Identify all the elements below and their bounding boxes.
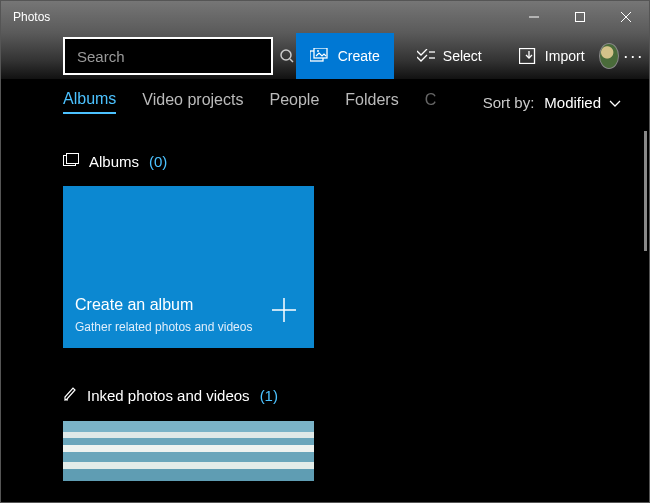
maximize-button[interactable] xyxy=(557,1,603,33)
svg-point-4 xyxy=(281,50,291,60)
pen-icon xyxy=(63,386,77,405)
import-icon xyxy=(519,48,537,64)
create-icon xyxy=(310,48,330,64)
tab-folders[interactable]: Folders xyxy=(345,91,398,113)
chevron-down-icon xyxy=(609,94,621,111)
select-label: Select xyxy=(443,48,482,64)
search-box[interactable] xyxy=(63,37,273,75)
svg-rect-7 xyxy=(314,48,327,58)
albums-icon xyxy=(63,153,79,170)
user-avatar[interactable] xyxy=(599,43,619,69)
select-button[interactable]: Select xyxy=(403,33,496,79)
close-button[interactable] xyxy=(603,1,649,33)
sort-label: Sort by: xyxy=(483,94,535,111)
sort-value: Modified xyxy=(544,94,601,111)
albums-count: (0) xyxy=(149,153,167,170)
import-button[interactable]: Import xyxy=(505,33,599,79)
albums-section-header[interactable]: Albums (0) xyxy=(63,153,649,170)
scrollbar[interactable] xyxy=(644,131,647,251)
window-title: Photos xyxy=(1,10,511,24)
create-album-title: Create an album xyxy=(75,296,193,314)
create-label: Create xyxy=(338,48,380,64)
import-label: Import xyxy=(545,48,585,64)
create-album-card[interactable]: Create an album Gather related photos an… xyxy=(63,186,314,348)
tab-people[interactable]: People xyxy=(269,91,319,113)
svg-rect-1 xyxy=(576,13,585,22)
svg-line-5 xyxy=(290,59,293,62)
search-input[interactable] xyxy=(65,48,279,65)
tab-truncated[interactable]: C xyxy=(425,91,439,113)
toolbar: Create Select Import ··· xyxy=(1,33,649,79)
sort-control[interactable]: Sort by: Modified xyxy=(483,94,621,111)
inked-section-header[interactable]: Inked photos and videos (1) xyxy=(63,386,649,405)
tab-bar: Albums Video projects People Folders C S… xyxy=(1,79,649,125)
create-button[interactable]: Create xyxy=(296,33,394,79)
plus-icon xyxy=(270,296,298,328)
inked-heading: Inked photos and videos xyxy=(87,387,250,404)
inked-thumbnail[interactable] xyxy=(63,421,314,481)
svg-rect-14 xyxy=(67,154,79,164)
create-album-subtitle: Gather related photos and videos xyxy=(75,320,252,334)
search-icon[interactable] xyxy=(279,48,295,64)
select-icon xyxy=(417,49,435,63)
tab-video-projects[interactable]: Video projects xyxy=(142,91,243,113)
content-area: Albums (0) Create an album Gather relate… xyxy=(1,125,649,502)
titlebar: Photos xyxy=(1,1,649,33)
svg-point-8 xyxy=(317,50,319,52)
minimize-button[interactable] xyxy=(511,1,557,33)
tab-albums[interactable]: Albums xyxy=(63,90,116,114)
more-button[interactable]: ··· xyxy=(619,46,649,67)
inked-count: (1) xyxy=(260,387,278,404)
albums-heading: Albums xyxy=(89,153,139,170)
